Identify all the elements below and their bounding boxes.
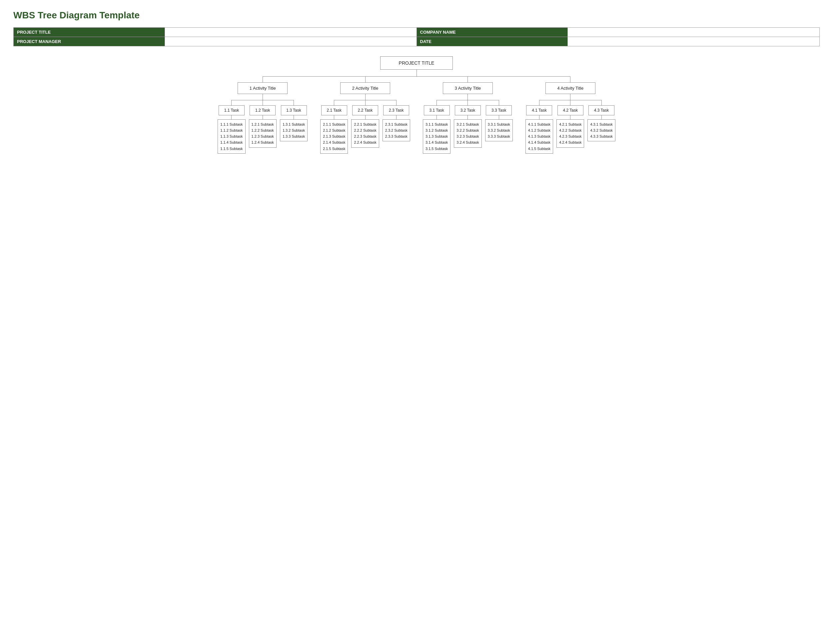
subtask-item: 2.3.2 Subtask xyxy=(385,127,407,133)
subtask-item: 2.1.3 Subtask xyxy=(323,133,345,139)
subtask-item: 4.3.2 Subtask xyxy=(590,127,613,133)
act-col-1: 1 Activity Title1.1 Task1.1.1 Subtask1.1… xyxy=(216,76,309,154)
subtask-item: 3.3.2 Subtask xyxy=(488,127,510,133)
task-col-4.3: 4.3 Task4.3.1 Subtask4.3.2 Subtask4.3.3 … xyxy=(587,100,615,141)
task-h-wrap-4: 4.1 Task4.1.1 Subtask4.1.2 Subtask4.1.3 … xyxy=(524,100,617,154)
subtask-item: 3.1.5 Subtask xyxy=(426,146,448,152)
project-title-value[interactable] xyxy=(165,28,416,37)
act-box-3: 3 Activity Title xyxy=(443,82,493,94)
subtask-item: 3.2.2 Subtask xyxy=(457,127,479,133)
task-box-3.3: 3.3 Task xyxy=(486,105,512,115)
subtask-item: 4.1.4 Subtask xyxy=(528,139,550,145)
sub-box-3.1: 3.1.1 Subtask3.1.2 Subtask3.1.3 Subtask3… xyxy=(423,119,450,154)
date-label: DATE xyxy=(416,37,568,46)
company-name-label: COMPANY NAME xyxy=(416,28,568,37)
subtask-item: 4.2.1 Subtask xyxy=(559,121,581,127)
task-box-4.1: 4.1 Task xyxy=(526,105,552,115)
wbs-diagram: PROJECT TITLE1 Activity Title1.1 Task1.1… xyxy=(13,56,820,154)
act-col-3: 3 Activity Title3.1 Task3.1.1 Subtask3.1… xyxy=(421,76,515,154)
task-box-4.3: 4.3 Task xyxy=(589,105,614,115)
subtask-item: 3.2.4 Subtask xyxy=(457,139,479,145)
subtask-item: 1.2.4 Subtask xyxy=(252,139,274,145)
subtask-item: 3.1.2 Subtask xyxy=(426,127,448,133)
subtask-item: 1.2.1 Subtask xyxy=(252,121,274,127)
sub-box-4.3: 4.3.1 Subtask4.3.2 Subtask4.3.3 Subtask xyxy=(587,119,615,141)
task-box-2.1: 2.1 Task xyxy=(321,105,347,115)
sub-box-3.3: 3.3.1 Subtask3.3.2 Subtask3.3.3 Subtask xyxy=(485,119,513,141)
subtask-item: 1.3.3 Subtask xyxy=(283,133,305,139)
subtask-item: 2.2.2 Subtask xyxy=(354,127,376,133)
sub-box-1.1: 1.1.1 Subtask1.1.2 Subtask1.1.3 Subtask1… xyxy=(217,119,245,154)
sub-box-2.1: 2.1.1 Subtask2.1.2 Subtask2.1.3 Subtask2… xyxy=(320,119,348,154)
project-title-label: PROJECT TITLE xyxy=(14,28,165,37)
act-box-4: 4 Activity Title xyxy=(545,82,595,94)
task-col-3.1: 3.1 Task3.1.1 Subtask3.1.2 Subtask3.1.3 … xyxy=(423,100,450,154)
sub-box-2.3: 2.3.1 Subtask2.3.2 Subtask2.3.3 Subtask xyxy=(383,119,410,141)
task-col-3.2: 3.2 Task3.2.1 Subtask3.2.2 Subtask3.2.3 … xyxy=(454,100,481,148)
subtask-item: 1.3.1 Subtask xyxy=(283,121,305,127)
subtask-item: 3.1.1 Subtask xyxy=(426,121,448,127)
task-box-1.1: 1.1 Task xyxy=(219,105,244,115)
sub-box-1.3: 1.3.1 Subtask1.3.2 Subtask1.3.3 Subtask xyxy=(280,119,307,141)
subtask-item: 4.1.3 Subtask xyxy=(528,133,550,139)
task-col-4.1: 4.1 Task4.1.1 Subtask4.1.2 Subtask4.1.3 … xyxy=(526,100,553,154)
date-value[interactable] xyxy=(568,37,820,46)
sub-box-4.1: 4.1.1 Subtask4.1.2 Subtask4.1.3 Subtask4… xyxy=(526,119,553,154)
subtask-item: 1.1.3 Subtask xyxy=(220,133,243,139)
act-box-2: 2 Activity Title xyxy=(340,82,390,94)
subtask-item: 1.1.4 Subtask xyxy=(220,139,243,145)
act-col-4: 4 Activity Title4.1 Task4.1.1 Subtask4.1… xyxy=(524,76,617,154)
task-h-wrap-2: 2.1 Task2.1.1 Subtask2.1.2 Subtask2.1.3 … xyxy=(318,100,412,154)
project-manager-label: PROJECT MANAGER xyxy=(14,37,165,46)
subtask-item: 1.2.2 Subtask xyxy=(252,127,274,133)
subtask-item: 1.1.5 Subtask xyxy=(220,146,243,152)
task-h-wrap-3: 3.1 Task3.1.1 Subtask3.1.2 Subtask3.1.3 … xyxy=(421,100,515,154)
subtask-item: 1.1.2 Subtask xyxy=(220,127,243,133)
subtask-item: 2.1.4 Subtask xyxy=(323,139,345,145)
sub-box-4.2: 4.2.1 Subtask4.2.2 Subtask4.2.3 Subtask4… xyxy=(556,119,584,148)
subtask-item: 4.3.1 Subtask xyxy=(590,121,613,127)
task-col-2.3: 2.3 Task2.3.1 Subtask2.3.2 Subtask2.3.3 … xyxy=(383,100,410,141)
task-h-wrap-1: 1.1 Task1.1.1 Subtask1.1.2 Subtask1.1.3 … xyxy=(216,100,309,154)
task-col-2.2: 2.2 Task2.2.1 Subtask2.2.2 Subtask2.2.3 … xyxy=(351,100,379,148)
subtask-item: 3.2.3 Subtask xyxy=(457,133,479,139)
subtask-item: 3.2.1 Subtask xyxy=(457,121,479,127)
subtask-item: 4.2.3 Subtask xyxy=(559,133,581,139)
task-box-2.2: 2.2 Task xyxy=(352,105,378,115)
project-manager-value[interactable] xyxy=(165,37,416,46)
page-title: WBS Tree Diagram Template xyxy=(13,10,820,21)
task-col-1.3: 1.3 Task1.3.1 Subtask1.3.2 Subtask1.3.3 … xyxy=(280,100,307,141)
task-box-3.2: 3.2 Task xyxy=(455,105,481,115)
sub-box-1.2: 1.2.1 Subtask1.2.2 Subtask1.2.3 Subtask1… xyxy=(249,119,277,148)
subtask-item: 2.1.2 Subtask xyxy=(323,127,345,133)
task-box-4.2: 4.2 Task xyxy=(558,105,584,115)
subtask-item: 3.1.3 Subtask xyxy=(426,133,448,139)
task-col-4.2: 4.2 Task4.2.1 Subtask4.2.2 Subtask4.2.3 … xyxy=(556,100,584,148)
subtask-item: 2.2.4 Subtask xyxy=(354,139,376,145)
act-box-1: 1 Activity Title xyxy=(238,82,288,94)
subtask-item: 2.3.3 Subtask xyxy=(385,133,407,139)
subtask-item: 4.3.3 Subtask xyxy=(590,133,613,139)
subtask-item: 4.2.2 Subtask xyxy=(559,127,581,133)
outer-wrap: PROJECT TITLE1 Activity Title1.1 Task1.1… xyxy=(13,56,820,154)
subtask-item: 1.3.2 Subtask xyxy=(283,127,305,133)
company-name-value[interactable] xyxy=(568,28,820,37)
subtask-item: 3.3.1 Subtask xyxy=(488,121,510,127)
task-col-2.1: 2.1 Task2.1.1 Subtask2.1.2 Subtask2.1.3 … xyxy=(320,100,348,154)
subtask-item: 2.1.1 Subtask xyxy=(323,121,345,127)
subtask-item: 2.2.1 Subtask xyxy=(354,121,376,127)
subtask-item: 4.2.4 Subtask xyxy=(559,139,581,145)
subtask-item: 3.1.4 Subtask xyxy=(426,139,448,145)
task-box-1.2: 1.2 Task xyxy=(249,105,275,115)
task-col-1.1: 1.1 Task1.1.1 Subtask1.1.2 Subtask1.1.3 … xyxy=(217,100,245,154)
task-box-2.3: 2.3 Task xyxy=(383,105,409,115)
subtask-item: 4.1.1 Subtask xyxy=(528,121,550,127)
task-col-1.2: 1.2 Task1.2.1 Subtask1.2.2 Subtask1.2.3 … xyxy=(249,100,277,148)
subtask-item: 4.1.2 Subtask xyxy=(528,127,550,133)
task-box-1.3: 1.3 Task xyxy=(281,105,307,115)
root-box: PROJECT TITLE xyxy=(380,56,453,70)
subtask-item: 3.3.3 Subtask xyxy=(488,133,510,139)
sub-box-3.2: 3.2.1 Subtask3.2.2 Subtask3.2.3 Subtask3… xyxy=(454,119,481,148)
act-container: 1 Activity Title1.1 Task1.1.1 Subtask1.1… xyxy=(211,76,621,154)
task-box-3.1: 3.1 Task xyxy=(424,105,450,115)
